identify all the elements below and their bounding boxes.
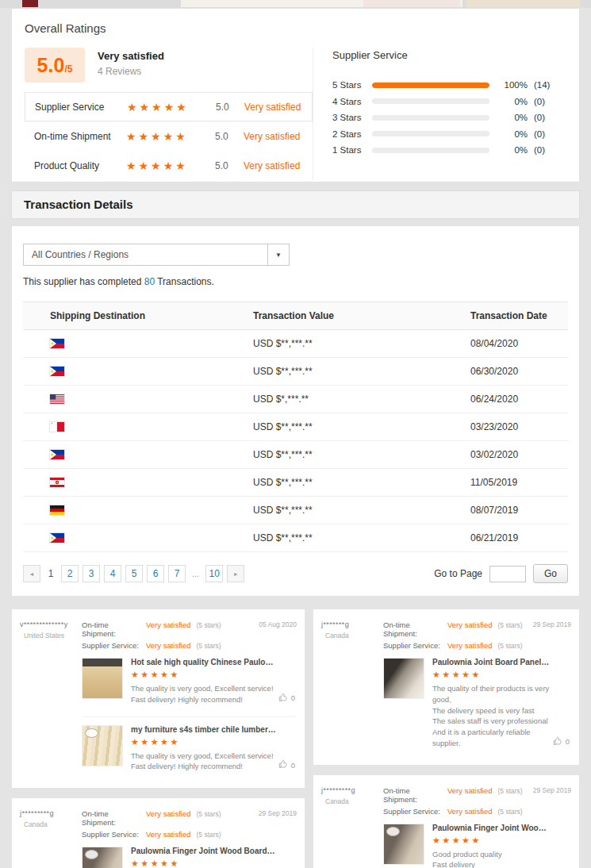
product-photo[interactable] <box>383 824 424 865</box>
rating-verdict: Very satisfied <box>244 160 300 171</box>
page-number-button[interactable]: 5 <box>125 565 143 582</box>
review-product: Paulownia Joint Board Panels Strips★★★★★… <box>383 658 571 752</box>
ph-flag-icon <box>50 533 64 543</box>
star-bar-percent: 0% <box>499 97 528 106</box>
next-page-button[interactable]: ▸ <box>227 565 244 582</box>
rating-label: Supplier Service: <box>383 807 442 816</box>
chevron-down-icon[interactable]: ▼ <box>267 244 289 265</box>
overall-score-badge: 5.0 /5 <box>25 48 85 83</box>
product-photo[interactable] <box>383 658 424 699</box>
product-title-link[interactable]: Paulownia Finger Joint Wood Board For Sn… <box>131 847 276 855</box>
product-title-link[interactable]: Hot sale high quality Chinese Paulownia … <box>131 658 276 666</box>
stars-note: (5 stars) <box>197 810 221 818</box>
buyer-location: Canada <box>20 820 82 828</box>
product-title-link[interactable]: Paulownia Finger Joint Wood Board For Sn… <box>432 824 551 832</box>
transaction-date: 03/23/2020 <box>470 421 568 432</box>
review-rating-row: Supplier Service:Very satisfied(5 stars) <box>383 807 533 816</box>
transaction-row: USD $**,***.**08/07/2019 <box>23 497 568 524</box>
product-title-link[interactable]: my furniture s4s timber chile lumber pop… <box>131 725 276 734</box>
stars-note: (5 stars) <box>197 642 221 650</box>
stars-note: (5 stars) <box>197 621 221 629</box>
review-rating-row: Supplier Service:Very satisfied(5 stars) <box>383 641 533 650</box>
buyer-name: v*************y <box>20 620 82 628</box>
product-photo[interactable] <box>82 847 123 868</box>
page-number-button[interactable]: 10 <box>205 565 223 582</box>
review-ratings-meta: On-time Shipment:Very satisfied(5 stars)… <box>383 620 533 653</box>
product-title-link[interactable]: Paulownia Joint Board Panels Strips <box>432 658 551 666</box>
star-bar-label: 2 Stars <box>332 129 370 139</box>
page-number-button[interactable]: 4 <box>104 565 121 582</box>
transaction-value: USD $**,***.** <box>253 366 470 377</box>
like-count: 0 <box>291 761 295 770</box>
review-product: my furniture s4s timber chile lumber pop… <box>82 716 297 776</box>
buyer-info: j*********gCanada <box>20 809 82 842</box>
review-date: 05 Aug 2020 <box>259 620 297 653</box>
us-flag-icon <box>50 394 64 404</box>
transaction-date: 11/05/2019 <box>470 477 568 488</box>
rating-category-row[interactable]: Product Quality★★★★★5.0Very satisfied <box>25 151 313 180</box>
like-button[interactable]: 0 <box>278 693 295 704</box>
review-section: j*********gCanadaOn-time Shipment:Very s… <box>321 783 571 868</box>
star-bar-row: 1 Stars0%(0) <box>332 142 566 159</box>
review-section: j*********gCanadaOn-time Shipment:Very s… <box>20 806 297 868</box>
star-bar-label: 1 Stars <box>332 145 370 155</box>
country-filter-dropdown[interactable]: All Countries / Regions ▼ <box>23 244 290 266</box>
review-card: j*******gCanadaOn-time Shipment:Very sat… <box>313 609 580 766</box>
rating-category-row[interactable]: Supplier Service★★★★★5.0Very satisfied <box>25 92 313 121</box>
star-bar-track <box>372 83 489 88</box>
review-text-line: The delivery speed is very fast <box>432 705 551 716</box>
transaction-value: USD $**,***.** <box>253 505 470 516</box>
review-star-icons: ★★★★★ <box>131 737 276 747</box>
overall-score: 5.0 <box>37 54 65 77</box>
star-bar-percent: 0% <box>499 145 528 155</box>
transaction-row: USD $**,***.**06/30/2020 <box>23 358 568 386</box>
star-bar-track <box>372 115 489 121</box>
overall-ratings-panel: Overall Ratings 5.0 /5 Very satisfied 4 … <box>11 8 580 182</box>
like-button[interactable]: 0 <box>553 736 570 747</box>
review-card: j*********gCanadaOn-time Shipment:Very s… <box>11 797 305 868</box>
page-number-button[interactable]: 6 <box>147 565 164 582</box>
like-button[interactable]: 0 <box>278 759 295 770</box>
review-body: Hot sale high quality Chinese Paulownia … <box>131 658 297 705</box>
rating-category-rows: Supplier Service★★★★★5.0Very satisfiedOn… <box>25 92 313 180</box>
rating-category-row[interactable]: On-time Shipment★★★★★5.0Very satisfied <box>25 121 313 151</box>
col-transaction-date: Transaction Date <box>470 310 568 321</box>
review-rating-row: On-time Shipment:Very satisfied(5 stars) <box>383 786 533 804</box>
rating-category-label: Product Quality <box>34 160 126 171</box>
rating-breakdown: Supplier Service 5 Stars100%(14)4 Stars0… <box>313 48 566 180</box>
product-photo[interactable] <box>82 658 123 699</box>
page-number-button[interactable]: 2 <box>61 565 79 582</box>
rating-verdict: Very satisfied <box>146 830 191 839</box>
country-filter-value: All Countries / Regions <box>32 249 129 260</box>
transaction-details-header: Transaction Details <box>11 190 580 219</box>
product-photo[interactable] <box>82 725 123 766</box>
review-product: Hot sale high quality Chinese Paulownia … <box>82 658 297 709</box>
ph-flag-icon <box>50 339 64 348</box>
page-number-button[interactable]: 3 <box>83 565 100 582</box>
review-star-icons: ★★★★★ <box>432 670 551 680</box>
rating-verdict: Very satisfied <box>447 807 493 816</box>
transaction-row: USD $*,***.**06/24/2020 <box>23 386 568 413</box>
transaction-value: USD $**,***.** <box>253 338 470 349</box>
rating-verdict: Very satisfied <box>244 131 300 142</box>
buyer-name: j*******g <box>321 620 383 628</box>
star-bar-row: 3 Stars0%(0) <box>332 109 566 126</box>
page-number-button[interactable]: 7 <box>168 565 186 582</box>
transaction-date: 08/04/2020 <box>470 338 568 349</box>
go-button[interactable]: Go <box>533 564 568 583</box>
transaction-row: USD $**,***.**08/04/2020 <box>23 330 568 358</box>
review-ratings-meta: On-time Shipment:Very satisfied(5 stars)… <box>82 620 259 653</box>
mt-flag-icon <box>50 422 64 432</box>
review-rating-row: On-time Shipment:Very satisfied(5 stars) <box>82 620 259 638</box>
rating-verdict: Very satisfied <box>244 102 301 113</box>
review-star-icons: ★★★★★ <box>131 670 276 680</box>
transaction-row: USD $**,***.**03/23/2020 <box>23 413 568 441</box>
goto-page-input[interactable] <box>489 566 526 582</box>
review-header: v*************yUnited StatesOn-time Ship… <box>20 620 297 653</box>
transaction-date: 06/21/2019 <box>470 532 568 543</box>
transaction-row: USD $**,***.**06/21/2019 <box>23 524 568 552</box>
prev-page-button[interactable]: ◂ <box>23 565 40 582</box>
review-rating-row: On-time Shipment:Very satisfied(5 stars) <box>383 620 533 638</box>
destination-cell <box>39 394 253 404</box>
review-text-line: The quality is very good, Excellent serv… <box>131 751 276 773</box>
